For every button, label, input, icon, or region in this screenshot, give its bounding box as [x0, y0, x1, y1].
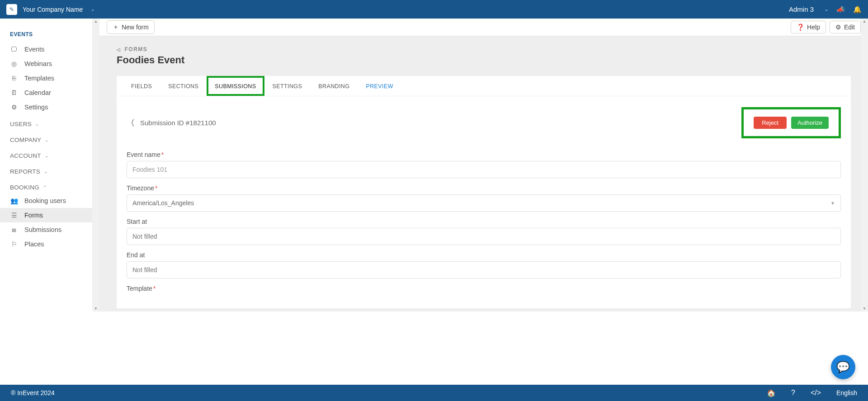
sidebar-item-label: Forms — [24, 212, 43, 219]
calendar-icon: 🗓 — [10, 89, 18, 96]
sidebar-group-booking[interactable]: BOOKING⌃ — [0, 178, 92, 193]
tab-sections[interactable]: SECTIONS — [160, 76, 207, 96]
monitor-icon: 🖵 — [10, 46, 18, 53]
submission-header: 〈 Submission ID #1821100 Reject Authoriz… — [117, 96, 851, 141]
chevron-down-icon: ⌄ — [44, 169, 47, 174]
sidebar-item-places[interactable]: ⚐Places — [0, 237, 92, 251]
main: ＋New form ❓Help ⚙Edit ◁ FORMS Foodies Ev… — [99, 19, 868, 311]
sidebar-group-company[interactable]: COMPANY⌄ — [0, 130, 92, 146]
sidebar-item-webinars[interactable]: ◎Webinars — [0, 57, 92, 71]
sidebar-item-label: Settings — [24, 104, 48, 111]
help-icon[interactable]: ? — [791, 389, 795, 397]
submission-id-label: Submission ID #1821100 — [140, 119, 216, 127]
sidebar-group-label: ACCOUNT — [10, 152, 41, 159]
panel: FIELDS SECTIONS SUBMISSIONS SETTINGS BRA… — [117, 76, 851, 308]
chevron-down-icon: ⌄ — [45, 153, 48, 158]
required-marker: * — [153, 285, 156, 292]
tab-branding[interactable]: BRANDING — [310, 76, 358, 96]
chevron-down-icon: ⌄ — [45, 137, 48, 142]
new-form-button[interactable]: ＋New form — [107, 20, 155, 34]
sidebar-item-booking-users[interactable]: 👥Booking users — [0, 193, 92, 208]
home-icon[interactable]: 🏠 — [767, 389, 776, 397]
chat-icon: 💬 — [836, 361, 850, 373]
sidebar-item-label: Calendar — [24, 89, 51, 96]
timezone-value: America/Los_Angeles — [132, 199, 194, 207]
tab-fields[interactable]: FIELDS — [123, 76, 160, 96]
language-select[interactable]: English — [836, 389, 857, 396]
tab-submissions[interactable]: SUBMISSIONS — [207, 76, 264, 96]
footer-copyright: ® InEvent 2024 — [11, 389, 55, 396]
timezone-label: Timezone* — [127, 184, 841, 192]
timezone-select[interactable]: America/Los_Angeles ▼ — [127, 194, 841, 212]
event-name-input[interactable] — [127, 161, 841, 178]
chat-fab[interactable]: 💬 — [831, 355, 855, 379]
sidebar-group-label: BOOKING — [10, 184, 39, 191]
sidebar-group-users[interactable]: USERS⌄ — [0, 114, 92, 130]
edit-button[interactable]: ⚙Edit — [830, 21, 861, 33]
reject-button[interactable]: Reject — [754, 117, 787, 129]
sidebar-item-label: Events — [24, 46, 44, 53]
company-name[interactable]: Your Company Name — [23, 6, 83, 13]
code-icon[interactable]: </> — [811, 389, 821, 397]
rows-icon: ≣ — [10, 226, 18, 233]
authorize-button[interactable]: Authorize — [791, 117, 829, 129]
start-at-label: Start at — [127, 218, 841, 225]
sidebar-item-forms[interactable]: ☰Forms — [0, 208, 92, 222]
form: Event name* Timezone* America/Los_Angele… — [117, 141, 851, 292]
company-logo-icon[interactable]: ✎ — [6, 4, 17, 15]
user-name[interactable]: Admin 3 — [789, 5, 814, 13]
layout: EVENTS 🖵Events ◎Webinars ⎘Templates 🗓Cal… — [0, 19, 868, 311]
sidebar-section-events: EVENTS — [0, 27, 92, 42]
topbar-left: ✎ Your Company Name ⌄ — [6, 4, 94, 15]
page-title: Foodies Event — [117, 54, 844, 66]
topbar-right: Admin 3 ⌄ 📣 🔔 — [789, 5, 862, 14]
toolbar: ＋New form ❓Help ⚙Edit — [99, 19, 868, 36]
sidebar-group-reports[interactable]: REPORTS⌄ — [0, 162, 92, 178]
breadcrumb[interactable]: ◁ FORMS — [117, 46, 844, 52]
end-at-label: End at — [127, 251, 841, 259]
sidebar-scrollbar[interactable]: ▲▼ — [92, 19, 99, 311]
breadcrumb-label: FORMS — [125, 46, 148, 52]
help-icon: ❓ — [797, 24, 804, 31]
sidebar-item-events[interactable]: 🖵Events — [0, 42, 92, 57]
tab-settings[interactable]: SETTINGS — [264, 76, 311, 96]
sidebar-item-settings[interactable]: ⚙Settings — [0, 100, 92, 114]
action-box: Reject Authorize — [741, 107, 841, 138]
sidebar-item-submissions[interactable]: ≣Submissions — [0, 222, 92, 237]
sidebar-item-label: Places — [24, 241, 44, 248]
chevron-down-icon: ⌄ — [35, 122, 39, 127]
tabs: FIELDS SECTIONS SUBMISSIONS SETTINGS BRA… — [117, 76, 851, 96]
sidebar-item-label: Submissions — [24, 226, 61, 233]
help-label: Help — [807, 24, 820, 31]
sidebar: EVENTS 🖵Events ◎Webinars ⎘Templates 🗓Cal… — [0, 19, 92, 311]
page-header: ◁ FORMS Foodies Event — [99, 36, 861, 68]
sidebar-group-label: REPORTS — [10, 168, 40, 175]
back-triangle-icon: ◁ — [117, 47, 121, 52]
end-at-input[interactable] — [127, 261, 841, 278]
plus-icon: ＋ — [113, 23, 119, 31]
submission-back[interactable]: 〈 Submission ID #1821100 — [127, 118, 216, 128]
tab-preview[interactable]: PREVIEW — [358, 76, 401, 96]
gear-icon: ⚙ — [10, 104, 18, 111]
content: ◁ FORMS Foodies Event FIELDS SECTIONS SU… — [99, 36, 861, 311]
edit-label: Edit — [844, 24, 855, 31]
user-chevron-icon[interactable]: ⌄ — [825, 7, 828, 12]
template-label: Template* — [127, 285, 841, 292]
bell-icon[interactable]: 🔔 — [853, 5, 862, 14]
sidebar-item-calendar[interactable]: 🗓Calendar — [0, 85, 92, 100]
sidebar-group-account[interactable]: ACCOUNT⌄ — [0, 146, 92, 162]
broadcast-icon: ◎ — [10, 60, 18, 67]
chevron-up-icon: ⌃ — [43, 185, 47, 190]
main-scrollbar[interactable]: ▲▼ — [861, 19, 868, 311]
sidebar-item-label: Templates — [24, 75, 54, 82]
toolbar-right: ❓Help ⚙Edit — [791, 21, 861, 33]
required-marker: * — [155, 184, 157, 192]
company-chevron-icon[interactable]: ⌄ — [91, 7, 94, 12]
help-button[interactable]: ❓Help — [791, 21, 826, 33]
sidebar-container: EVENTS 🖵Events ◎Webinars ⎘Templates 🗓Cal… — [0, 19, 99, 311]
start-at-input[interactable] — [127, 228, 841, 245]
list-icon: ☰ — [10, 212, 18, 219]
sidebar-group-label: USERS — [10, 121, 32, 127]
sidebar-item-templates[interactable]: ⎘Templates — [0, 71, 92, 85]
announce-icon[interactable]: 📣 — [836, 5, 845, 14]
